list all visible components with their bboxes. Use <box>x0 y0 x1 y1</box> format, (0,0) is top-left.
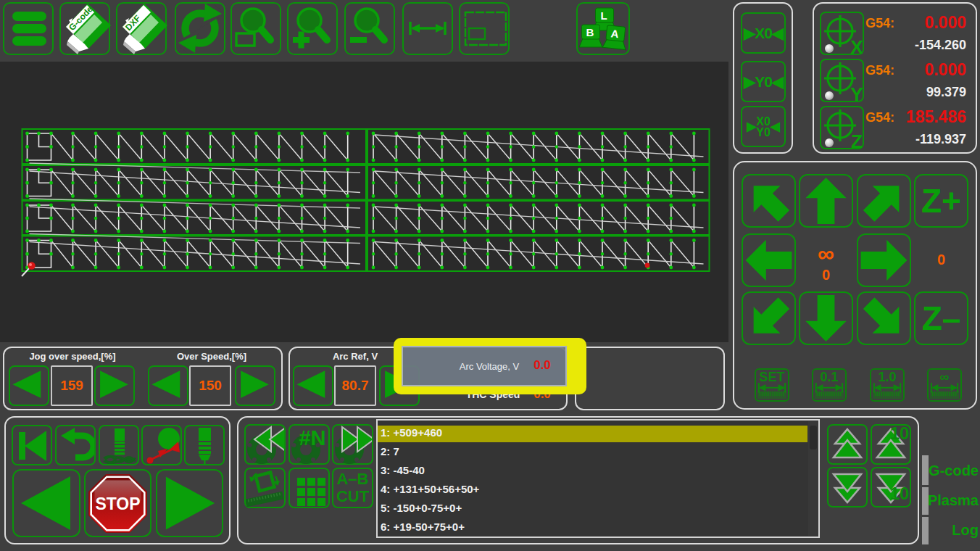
svg-text:X: X <box>850 36 863 55</box>
svg-text:∞: ∞ <box>940 370 950 384</box>
svg-text:A: A <box>610 27 620 40</box>
svg-text:#N: #N <box>299 426 325 450</box>
svg-text:0.1: 0.1 <box>820 370 838 384</box>
svg-text:L: L <box>600 9 607 22</box>
svg-text:STOP: STOP <box>95 494 140 513</box>
svg-text:1.0: 1.0 <box>878 370 896 384</box>
svg-text:Y: Y <box>850 83 863 102</box>
svg-text:B: B <box>586 26 594 38</box>
svg-text:Z: Z <box>851 130 863 149</box>
svg-text:SET: SET <box>759 370 784 384</box>
